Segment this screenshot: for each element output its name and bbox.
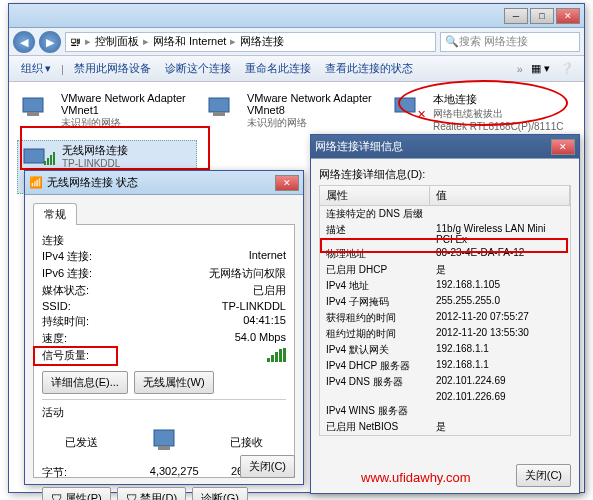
wifi-adapter-icon [20,143,56,173]
folder-icon: 🖳 [70,36,81,48]
status-row: 媒体状态:已启用 [42,282,286,299]
status-row: 持续时间:04:41:15 [42,313,286,330]
titlebar: ─ □ ✕ [9,4,584,28]
details-table: 连接特定的 DNS 后缀描述11b/g Wireless LAN Mini PC… [319,206,571,436]
svg-rect-1 [27,112,39,116]
table-row[interactable]: IPv4 DNS 服务器202.101.224.69 [320,374,570,390]
svg-rect-8 [47,158,49,165]
table-row[interactable]: 描述11b/g Wireless LAN Mini PCI Ex [320,222,570,246]
status-row: 速度:54.0 Mbps [42,330,286,347]
details-dialog: 网络连接详细信息 ✕ 网络连接详细信息(D): 属性 值 连接特定的 DNS 后… [310,134,580,494]
table-row[interactable]: 已启用 NetBIOS ove...是 [320,419,570,436]
section-label: 活动 [42,405,286,420]
view-icon[interactable]: ▦ ▾ [527,62,554,75]
forward-button[interactable]: ▶ [39,31,61,53]
close-button[interactable]: ✕ [551,139,575,155]
disable-device-button[interactable]: 禁用此网络设备 [68,58,157,79]
close-button[interactable]: 关闭(C) [516,464,571,487]
svg-rect-6 [24,149,44,163]
details-button[interactable]: 详细信息(E)... [42,371,128,394]
dialog-title: 网络连接详细信息 [315,139,403,154]
status-row: 信号质量: [42,347,286,365]
table-row[interactable]: 获得租约的时间2012-11-20 07:55:27 [320,310,570,326]
svg-rect-4 [395,98,415,112]
table-header: 属性 值 [319,185,571,206]
close-button[interactable]: 关闭(C) [240,455,295,478]
svg-rect-2 [209,98,229,112]
svg-rect-10 [53,152,55,165]
dialog-title: 无线网络连接 状态 [47,175,138,190]
disable-button[interactable]: 🛡 禁用(D) [117,487,186,500]
address-bar: ◀ ▶ 🖳 ▸ 控制面板 ▸ 网络和 Internet ▸ 网络连接 🔍 搜索 … [9,28,584,56]
svg-rect-0 [23,98,43,112]
activity-icon [144,426,184,458]
organize-menu[interactable]: 组织 ▾ [15,58,57,79]
network-adapter-icon [19,92,55,122]
minimize-button[interactable]: ─ [504,8,528,24]
back-button[interactable]: ◀ [13,31,35,53]
diagnose-button[interactable]: 诊断这个连接 [159,58,237,79]
svg-rect-9 [50,155,52,165]
breadcrumb[interactable]: 🖳 ▸ 控制面板 ▸ 网络和 Internet ▸ 网络连接 [65,32,436,52]
table-row[interactable]: IPv4 WINS 服务器 [320,403,570,419]
maximize-button[interactable]: □ [530,8,554,24]
heading-label: 网络连接详细信息(D): [319,167,571,182]
rename-button[interactable]: 重命名此连接 [239,58,317,79]
search-input[interactable]: 🔍 搜索 网络连接 [440,32,580,52]
tab-general[interactable]: 常规 [33,203,77,225]
help-icon[interactable]: ❔ [556,62,578,75]
status-row: IPv4 连接:Internet [42,248,286,265]
close-button[interactable]: ✕ [275,175,299,191]
wifi-icon: 📶 [29,176,43,189]
svg-rect-11 [154,430,174,446]
search-icon: 🔍 [445,35,459,48]
adapter-item[interactable]: ✕ 本地连接网络电缆被拔出Realtek RTL8168C(P)/8111C [389,90,569,134]
adapter-item[interactable]: VMware Network Adapter VMnet8未识别的网络 [203,90,383,134]
table-row[interactable]: IPv4 子网掩码255.255.255.0 [320,294,570,310]
dialog-titlebar: 📶 无线网络连接 状态 ✕ [25,171,303,195]
svg-rect-3 [213,112,225,116]
network-adapter-icon [205,92,241,122]
diagnose-button[interactable]: 诊断(G) [192,487,248,500]
table-row[interactable]: 202.101.226.69 [320,390,570,403]
table-row[interactable]: IPv4 默认网关192.168.1.1 [320,342,570,358]
toolbar: 组织 ▾ | 禁用此网络设备 诊断这个连接 重命名此连接 查看此连接的状态 » … [9,56,584,82]
adapter-item[interactable]: VMware Network Adapter VMnet1未识别的网络 [17,90,197,134]
close-button[interactable]: ✕ [556,8,580,24]
table-row[interactable]: 已启用 DHCP是 [320,262,570,278]
table-row[interactable]: 租约过期的时间2012-11-20 13:55:30 [320,326,570,342]
svg-rect-12 [158,446,170,450]
table-row[interactable]: 连接特定的 DNS 后缀 [320,206,570,222]
table-row[interactable]: IPv4 DHCP 服务器192.168.1.1 [320,358,570,374]
svg-rect-7 [44,161,46,165]
table-row[interactable]: IPv4 地址192.168.1.105 [320,278,570,294]
dialog-titlebar: 网络连接详细信息 ✕ [311,135,579,159]
network-adapter-icon: ✕ [391,92,427,122]
svg-text:✕: ✕ [417,108,426,120]
status-row: SSID:TP-LINKDDL [42,299,286,313]
watermark: www.ufidawhy.com [361,470,471,485]
view-status-button[interactable]: 查看此连接的状态 [319,58,419,79]
status-dialog: 📶 无线网络连接 状态 ✕ 常规 连接 IPv4 连接:InternetIPv6… [24,170,304,485]
properties-button[interactable]: 🛡 属性(P) [42,487,111,500]
section-label: 连接 [42,233,286,248]
table-row[interactable]: 物理地址00-23-4E-DA-FA-12 [320,246,570,262]
wireless-props-button[interactable]: 无线属性(W) [134,371,214,394]
status-row: IPv6 连接:无网络访问权限 [42,265,286,282]
